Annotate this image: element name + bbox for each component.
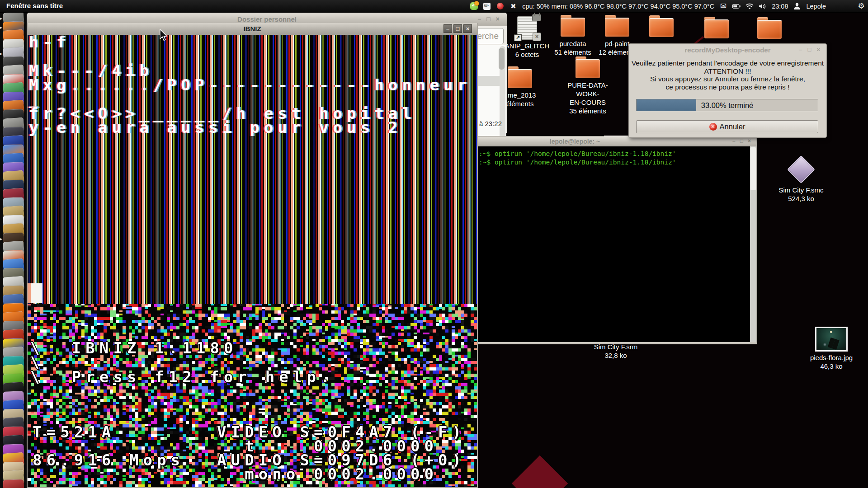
ibniz-splash-line: \ Press f12 for help. [30, 370, 335, 384]
scrollbar-thumb[interactable] [499, 48, 505, 70]
active-window-title: Fenêtre sans titre [6, 2, 63, 9]
desktop-icon-pieds-flora[interactable]: pieds-flora.jpg46,3 ko [802, 327, 861, 371]
icon-label: PURE-DATA-WORK- [558, 81, 617, 98]
cancel-x-icon: ✕ [709, 123, 717, 131]
desktop: ×↗ANIP_GLITCH6 octetspuredata51 éléments… [0, 0, 868, 488]
scrollbar-thumb[interactable] [750, 147, 756, 190]
icon-label: Sim City F.smc [772, 186, 830, 194]
plugin-icon[interactable]: ✖ [509, 2, 517, 10]
icon-size-label: 46,3 ko [802, 362, 861, 371]
edit-icon[interactable] [483, 2, 491, 10]
minimize-button[interactable]: – [478, 15, 481, 23]
dock-indicator-arrow: ▸ [0, 52, 4, 56]
user-icon[interactable] [793, 2, 801, 10]
encoder-title: recordMyDesktop-encoder [629, 46, 826, 54]
minimize-button[interactable]: – [443, 24, 452, 33]
desktop-icon-folder-4[interactable] [632, 18, 691, 40]
minimize-button[interactable]: – [799, 46, 802, 53]
file-manager-statusbar: à 23:22 [479, 120, 502, 127]
system-stats: cpu: 50% mem: 08% 96.8°C 98.0°C 97.0°C 9… [522, 3, 714, 10]
mouse-cursor [159, 29, 169, 42]
dock-indicator-arrow: ▸ [0, 16, 4, 21]
clock[interactable]: 23:08 [772, 3, 788, 10]
cancel-button[interactable]: ✕ Annuler [636, 120, 818, 133]
settings-gear-icon[interactable]: ⚙ [857, 2, 865, 10]
close-button[interactable]: × [816, 46, 820, 53]
icon-size-label: 524,3 ko [772, 194, 830, 203]
encoder-message-line: Si vous appuyez sur Annuler ou fermez la… [629, 75, 826, 83]
maximize-button[interactable]: □ [740, 138, 743, 144]
ibniz-title: IBNIZ [28, 25, 477, 33]
username[interactable]: Lepole [806, 3, 826, 10]
folder-icon [508, 69, 532, 88]
wallpaper-red-diamond [512, 455, 568, 488]
volume-icon[interactable] [759, 2, 767, 10]
maximize-button[interactable]: □ [808, 46, 811, 53]
encoder-message-line: ATTENTION !!! [629, 67, 826, 75]
close-button[interactable]: × [463, 24, 472, 33]
terminal-line: :~$ optirun '/home/lepole/Bureau/ibniz-1… [479, 150, 676, 157]
minimize-button[interactable]: – [732, 138, 736, 144]
ibniz-editor-line: y-en aura aussi pour vous 2 [29, 121, 402, 135]
ibniz-status-left: T=521A [33, 425, 115, 439]
desktop-icon-folder-6[interactable] [740, 20, 799, 42]
dock-indicator-arrow: ▸ [0, 25, 4, 30]
window-ibniz: IBNIZ – □ × h-fMk---/4ibMxg....../POP---… [27, 23, 478, 488]
icon-size-label: 32,8 ko [586, 351, 645, 360]
ibniz-status-left: 86.916 Mops [33, 453, 184, 467]
battery-icon[interactable] [732, 2, 741, 10]
folder-icon [605, 18, 629, 37]
glitch-white-block [28, 283, 42, 303]
ibniz-canvas[interactable]: h-fMk---/4ibMxg....../POP------------hon… [28, 35, 477, 487]
icon-label: EN-COURS [558, 98, 617, 107]
ibniz-titlebar[interactable]: IBNIZ – □ × [28, 23, 477, 35]
image-thumbnail-icon [815, 327, 848, 352]
close-button[interactable]: × [748, 138, 751, 144]
close-button[interactable]: × [496, 15, 500, 23]
ibniz-splash-line: \ IBNIZ 1.1180 [30, 341, 238, 355]
encoder-message-line: ce processus ne pourra pas être repris ! [629, 83, 826, 91]
rom-file-icon [787, 155, 815, 183]
folder-icon [757, 20, 782, 39]
icon-size-label: 35 éléments [558, 107, 617, 115]
terminal-scrollbar[interactable] [750, 146, 756, 342]
progressbar-label: 33.00% terminé [637, 101, 818, 110]
top-panel: Fenêtre sans titre ✖ cpu: 50% mem: 08% 9… [0, 0, 868, 13]
file-manager-title: Dossier personnel [27, 15, 507, 23]
link-emblem-icon: ↗ [514, 34, 522, 41]
desktop-icon-pure-data-work[interactable]: PURE-DATA-WORK-EN-COURS35 éléments [558, 59, 617, 115]
dock-indicator-arrow: ▸ [0, 237, 4, 241]
folder-icon [649, 18, 674, 37]
application-dock: ▸▸▸▸ [0, 12, 27, 488]
folder-icon [576, 59, 600, 78]
folder-icon [561, 18, 585, 37]
mail-icon[interactable]: ✉ [719, 2, 727, 10]
terminal-line: :~$ optirun '/home/lepole/Bureau/ibniz-1… [479, 159, 676, 166]
ibniz-status-right: mono 0002.0000 [217, 467, 438, 481]
icon-label: pieds-flora.jpg [802, 353, 861, 362]
encoder-message-line: Veuillez patienter pendant l'encodage de… [629, 59, 826, 67]
folder-icon [704, 19, 729, 38]
desktop-icon-simcity-smc[interactable]: Sim City F.smc524,3 ko [772, 157, 830, 203]
dialog-recordmydesktop-encoder: recordMyDesktop-encoder – □ × Veuillez p… [628, 43, 827, 138]
desktop-icon-simcity-srm[interactable]: Sim City F.srm32,8 ko [586, 343, 645, 360]
ibniz-editor-line: h-f [29, 35, 71, 49]
wifi-icon[interactable] [745, 2, 754, 10]
maximize-button[interactable]: □ [453, 24, 462, 33]
encode-progressbar: 33.00% terminé [636, 99, 818, 111]
denied-emblem-icon: × [533, 33, 541, 41]
document-icon: ×↗ [517, 16, 537, 40]
record-icon[interactable] [496, 2, 504, 10]
lock-emblem-icon [532, 14, 541, 21]
maximize-button[interactable]: □ [486, 15, 490, 23]
dock-item-cd-burn[interactable] [3, 479, 24, 488]
encoder-titlebar[interactable]: recordMyDesktop-encoder – □ × [629, 44, 826, 56]
messenger-icon[interactable] [470, 2, 478, 10]
desktop-icon-folder-5[interactable] [687, 19, 746, 41]
cancel-label: Annuler [720, 122, 745, 131]
ibniz-editor-line: Mxg....../POP------------honneur [29, 78, 471, 92]
